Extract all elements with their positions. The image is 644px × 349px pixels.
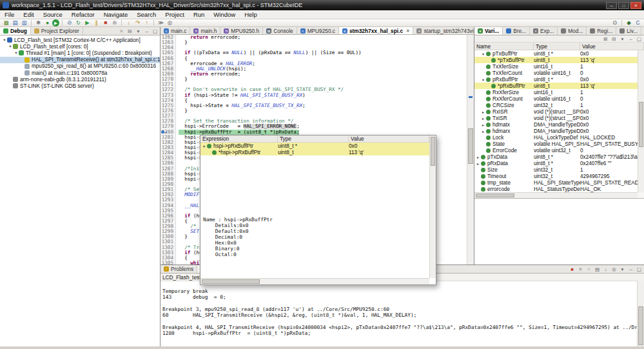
perspective-cpp-icon[interactable]: C: [634, 19, 642, 26]
suspend-icon[interactable]: ∥: [92, 19, 101, 26]
console-scrollbar[interactable]: [637, 281, 644, 346]
view-tab-debug[interactable]: Debug: [0, 27, 31, 35]
expression-column-header-type[interactable]: Type: [278, 135, 349, 142]
variables-column-header-value[interactable]: Value: [580, 43, 644, 50]
variables-scrollbar-thumb[interactable]: [639, 102, 643, 147]
code-line[interactable]: 1273 if (hspi->State != HAL_SPI_STATE_BU…: [161, 93, 467, 98]
code-line[interactable]: 1268 __HAL_UNLOCK(hspi);: [161, 66, 467, 72]
minimize-view-icon[interactable]: –: [627, 266, 634, 273]
terminate-icon[interactable]: ■: [101, 19, 110, 26]
tree-expander[interactable]: ▾: [481, 77, 485, 82]
tree-expander[interactable]: ▸: [476, 155, 480, 159]
code-line[interactable]: 1277: [161, 114, 467, 119]
tree-expander[interactable]: ▾: [2, 37, 7, 43]
view-menu-icon[interactable]: ▾: [619, 35, 626, 43]
menu-refactor[interactable]: Refactor: [67, 10, 99, 19]
variables-scrollbar[interactable]: [638, 50, 644, 192]
debug-tree-item[interactable]: main() at main.c:191 0x800078a: [0, 70, 160, 76]
tree-expander[interactable]: ▾: [14, 50, 19, 55]
menu-search[interactable]: Search: [132, 10, 161, 19]
terminate-console-icon[interactable]: ■: [569, 266, 576, 273]
popup-vscrollbar[interactable]: [429, 135, 436, 278]
editor-tab-mpu9250-h[interactable]: hMPU9250.h: [220, 27, 263, 34]
menu-file[interactable]: File: [0, 10, 19, 19]
open-element-icon[interactable]: ◎: [166, 19, 174, 26]
tree-expander[interactable]: ▾: [8, 44, 13, 49]
save-icon[interactable]: ▤: [11, 19, 19, 26]
editor-scrollbar-thumb[interactable]: [468, 128, 473, 164]
code-line[interactable]: 1265 if ((pTxData == NULL) || (pRxData =…: [161, 50, 467, 55]
variables-hscrollbar[interactable]: [474, 192, 638, 198]
minimize-button[interactable]: –: [606, 2, 617, 9]
overview-marker[interactable]: [469, 96, 473, 98]
view-tab-vari-[interactable]: xVari...: [474, 27, 503, 35]
tree-expander[interactable]: ▸: [481, 123, 485, 127]
run-icon[interactable]: ▶: [52, 19, 59, 26]
popup-hscrollbar[interactable]: [200, 278, 429, 284]
expression-column-header-value[interactable]: Value: [349, 135, 429, 142]
code-line[interactable]: 1275 hspi->State = HAL_SPI_STATE_BUSY_TX…: [161, 103, 467, 108]
tree-expander[interactable]: ▾: [202, 144, 206, 148]
expression-row[interactable]: ▾hspi->pRxBuffPtruint8_t *0x0: [200, 143, 429, 149]
variable-row[interactable]: *pRxBuffPtruint8_t113 'q': [474, 83, 638, 89]
menu-source[interactable]: Source: [39, 10, 67, 19]
menu-project[interactable]: Project: [161, 10, 189, 19]
debug-tree-item[interactable]: ST-LINK (ST-LINK GDB server): [0, 83, 160, 89]
remove-all-terminated-icon[interactable]: ✕: [118, 28, 125, 35]
popup-vscrollbar-thumb[interactable]: [431, 137, 435, 166]
variable-row[interactable]: ▾pTxBuffPtruint8_t *0x0: [474, 50, 638, 57]
editor-tab-main-c[interactable]: cmain.c: [161, 27, 190, 34]
collapse-all-icon[interactable]: ⊟: [126, 28, 133, 35]
view-tab-regi-[interactable]: Regi...: [587, 27, 616, 35]
variables-column-header-type[interactable]: Type: [534, 43, 580, 50]
code-line[interactable]: 1262 return errorcode;: [161, 35, 467, 40]
variable-row[interactable]: TxXferCountvolatile uint16_t0: [474, 70, 638, 76]
step-into-icon[interactable]: ↓: [124, 19, 133, 26]
popup-hscrollbar-thumb[interactable]: [202, 279, 260, 284]
debug-tree-item[interactable]: arm-none-eabi-gdb (8.3.1.20191211): [0, 76, 160, 83]
editor-tab-mpu9250-c[interactable]: cMPU9250.c: [297, 27, 339, 34]
remove-all-launches-icon[interactable]: ✕: [585, 266, 592, 273]
code-line[interactable]: 1276 }: [161, 108, 467, 114]
debug-tree-item[interactable]: ▾LCD_Flash_test [STM32 Cortex-M C/C++ Ap…: [0, 37, 160, 43]
view-tab-problems[interactable]: !Problems: [161, 265, 197, 273]
search-icon[interactable]: ⊙: [610, 19, 619, 26]
save-all-icon[interactable]: ▥: [20, 19, 28, 26]
variable-row[interactable]: ▸pTxDatauint8_t *0x2407ffe7 "??\a$\213\a…: [474, 154, 638, 160]
view-tab-mod-[interactable]: Mod...: [558, 27, 587, 35]
debug-tree-item[interactable]: mpu9250_spi_read_8() at MPU9250.c:60 0x8…: [0, 63, 160, 70]
debug-tree-item[interactable]: HAL_SPI_TransmitReceive() at stm32h7xx_h…: [0, 57, 160, 63]
variable-row[interactable]: ▾pRxBuffPtruint8_t *0x0: [474, 76, 638, 83]
perspective-debug-icon[interactable]: ◆: [625, 19, 633, 26]
variable-row[interactable]: errorcodeHAL_StatusTypeDefHAL_OK: [474, 186, 638, 192]
code-line[interactable]: 1271: [161, 82, 467, 87]
variable-row[interactable]: RxXferSizeuint16_t1: [474, 89, 638, 95]
view-tab-exp-[interactable]: xExp...: [530, 27, 558, 35]
view-tab-project-explorer[interactable]: Project Explorer: [31, 27, 83, 35]
skip-all-breakpoints-icon[interactable]: ⊘: [65, 19, 73, 26]
editor-tab-stm32h7xx-hal-spi-c[interactable]: cstm32h7xx_hal_spi.c✕: [339, 27, 413, 34]
maximize-view-icon[interactable]: ▢: [636, 266, 643, 273]
menu-window[interactable]: Window: [209, 10, 240, 19]
tree-expander[interactable]: ▸: [481, 116, 485, 121]
console-output[interactable]: Temporary break143 debug = 0; Breakpoint…: [161, 281, 637, 346]
view-menu-icon[interactable]: ▾: [135, 28, 142, 35]
variable-row[interactable]: ▸hdmarxDMA_HandleTypeDef *0x0: [474, 128, 638, 134]
display-console-icon[interactable]: ▾: [619, 266, 626, 273]
maximize-view-icon[interactable]: ▢: [636, 35, 643, 43]
debug-icon[interactable]: ●: [43, 19, 52, 26]
menu-navigate[interactable]: Navigate: [99, 10, 133, 19]
debug-tree-item[interactable]: ▾Thread #1 [main] 1 [core: 0] (Suspended…: [0, 50, 160, 56]
expression-row[interactable]: *hspi->pRxBuffPtruint8_t113 'q': [200, 149, 429, 155]
variables-column-header-name[interactable]: Name: [474, 43, 534, 50]
close-button[interactable]: ✕: [630, 2, 641, 9]
code-line[interactable]: 1279 hspi->ErrorCode = HAL_SPI_ERROR_NON…: [161, 124, 467, 129]
editor-tab-main-h[interactable]: hmain.h: [190, 27, 220, 34]
variable-row[interactable]: Statevolatile HAL_SPI_StateType...HAL_SP…: [474, 141, 638, 147]
step-over-icon[interactable]: ↷: [133, 19, 142, 26]
debug-tree-item[interactable]: ▾LCD_Flash_test.elf [cores: 0]: [0, 43, 160, 50]
variables-hscrollbar-thumb[interactable]: [476, 194, 514, 197]
tree-expander[interactable]: ▸: [481, 129, 485, 134]
variable-row[interactable]: ▸hdmatxDMA_HandleTypeDef *0x0: [474, 121, 638, 128]
console-scrollbar-thumb[interactable]: [638, 306, 643, 345]
